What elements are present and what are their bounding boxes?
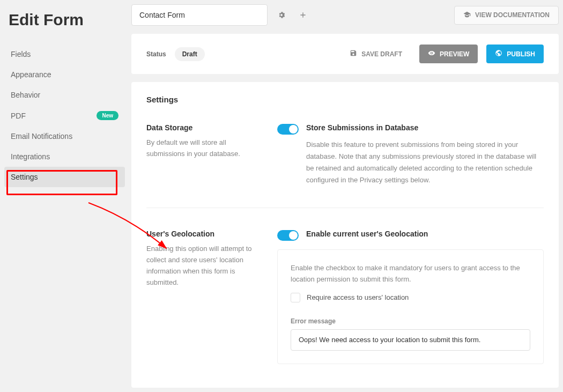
- sidebar-item-label: Fields: [11, 50, 31, 58]
- sidebar-item-appearance[interactable]: Appearance: [4, 64, 125, 85]
- view-documentation-button[interactable]: VIEW DOCUMENTATION: [454, 6, 559, 25]
- setting-data-storage: Data Storage By default we will store al…: [146, 123, 544, 208]
- publish-button[interactable]: PUBLISH: [486, 45, 544, 63]
- sidebar-item-label: Email Notifications: [11, 132, 72, 140]
- preview-button[interactable]: PREVIEW: [419, 45, 478, 63]
- checkbox-label: Require access to users' location: [307, 293, 409, 301]
- setting-geolocation: User's Geolocation Enabling this option …: [146, 230, 544, 364]
- status-bar: Status Draft SAVE DRAFT PREVIEW PUBLISH: [131, 34, 559, 74]
- geolocation-toggle[interactable]: [277, 230, 299, 241]
- geolocation-subpanel: Enable the checkbox to make it mandatory…: [277, 249, 544, 364]
- main-content: VIEW DOCUMENTATION Status Draft SAVE DRA…: [131, 4, 559, 388]
- sidebar-item-label: Behavior: [11, 91, 40, 99]
- button-label: VIEW DOCUMENTATION: [475, 11, 550, 19]
- error-message-label: Error message: [291, 317, 530, 325]
- sidebar-item-email-notifications[interactable]: Email Notifications: [4, 126, 125, 146]
- require-location-checkbox[interactable]: [291, 293, 300, 302]
- sidebar-item-fields[interactable]: Fields: [4, 44, 125, 64]
- status-badge: Draft: [175, 47, 205, 61]
- toggle-label: Enable current user's Geolocation: [306, 230, 428, 238]
- eye-icon: [428, 49, 435, 58]
- toggle-desc: Disable this feature to prevent submissi…: [306, 139, 544, 186]
- button-label: SAVE DRAFT: [361, 50, 402, 58]
- setting-desc: By default we will store all submissions…: [146, 137, 264, 160]
- save-icon: [350, 49, 357, 58]
- settings-panel: Settings Data Storage By default we will…: [131, 82, 559, 388]
- setting-desc: Enabling this option will attempt to col…: [146, 243, 264, 288]
- topbar: VIEW DOCUMENTATION: [131, 4, 559, 26]
- sidebar-item-label: Appearance: [11, 70, 51, 79]
- setting-title: User's Geolocation: [146, 230, 264, 238]
- error-message-input[interactable]: [291, 329, 530, 351]
- sidebar-item-pdf[interactable]: PDF New: [4, 105, 125, 126]
- form-name-input[interactable]: [131, 4, 268, 26]
- gear-icon[interactable]: [274, 8, 289, 23]
- graduation-cap-icon: [463, 11, 471, 20]
- button-label: PREVIEW: [440, 50, 469, 58]
- setting-title: Data Storage: [146, 123, 264, 132]
- button-label: PUBLISH: [507, 50, 535, 58]
- new-badge: New: [97, 111, 118, 120]
- save-draft-button[interactable]: SAVE DRAFT: [341, 45, 411, 63]
- toggle-label: Store Submissions in Database: [306, 123, 418, 132]
- subpanel-desc: Enable the checkbox to make it mandatory…: [291, 263, 530, 285]
- status-label: Status: [146, 50, 166, 58]
- globe-icon: [495, 49, 502, 58]
- sidebar-item-label: Settings: [11, 173, 38, 181]
- sidebar-item-label: Integrations: [11, 152, 50, 161]
- sidebar-item-behavior[interactable]: Behavior: [4, 85, 125, 105]
- sidebar: Edit Form Fields Appearance Behavior PDF…: [4, 4, 125, 388]
- data-storage-toggle[interactable]: [277, 124, 299, 135]
- sidebar-item-settings[interactable]: Settings: [4, 167, 125, 187]
- sidebar-item-label: PDF: [11, 112, 26, 120]
- settings-title: Settings: [146, 95, 544, 104]
- sidebar-item-integrations[interactable]: Integrations: [4, 146, 125, 167]
- page-title: Edit Form: [9, 11, 125, 29]
- plus-icon[interactable]: [295, 8, 310, 23]
